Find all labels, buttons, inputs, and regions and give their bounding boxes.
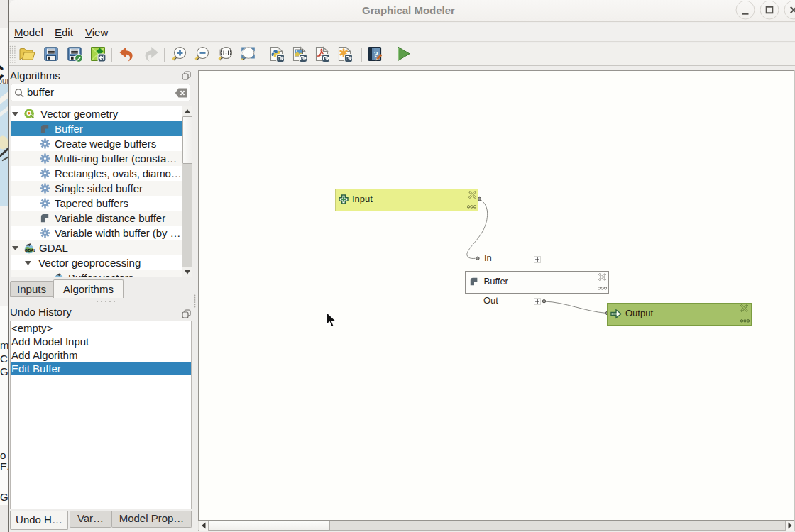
svg-text:GDAL: GDAL: [25, 248, 35, 253]
